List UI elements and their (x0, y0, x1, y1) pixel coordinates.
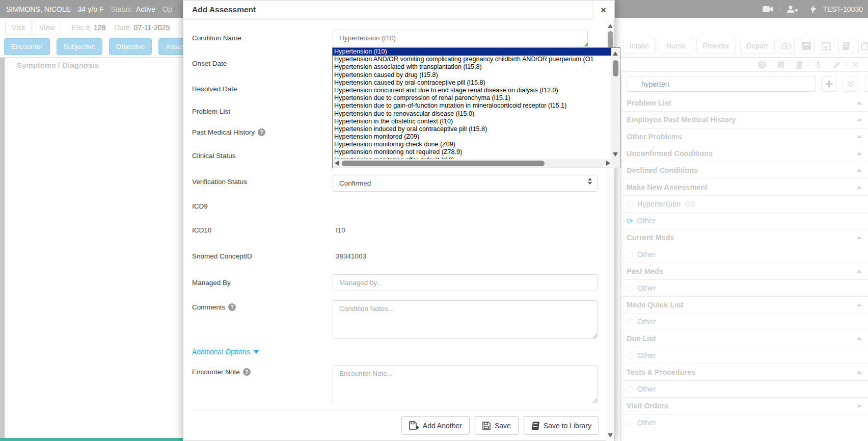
resize-handle[interactable] (592, 398, 598, 403)
panel-section-header[interactable]: Current Meds (621, 229, 868, 246)
panel-section-header[interactable]: Problem List (621, 95, 868, 112)
add-person-icon[interactable] (786, 5, 798, 13)
dropdown-option[interactable]: Hypertension in the obstetric context (I… (333, 118, 612, 125)
collapse-caret-icon[interactable] (857, 169, 862, 172)
microphone-icon[interactable] (809, 61, 827, 69)
dropdown-option[interactable]: Hypertension caused by drug (I15.8) (333, 71, 612, 79)
panel-item[interactable]: ⟳Other (621, 213, 868, 229)
panel-item[interactable]: Other (621, 314, 868, 330)
collapse-caret-icon[interactable] (857, 337, 862, 340)
panel-item[interactable]: Other (621, 280, 868, 297)
panel-section-header[interactable]: Unconfirmed Conditions (621, 145, 868, 162)
expand-all-button[interactable] (843, 76, 858, 92)
verification-status-select[interactable]: Confirmed (333, 175, 598, 192)
scroll-thumb[interactable] (342, 161, 545, 166)
stage-tab-intake[interactable]: Intake (623, 38, 656, 54)
collapse-caret-icon[interactable] (857, 404, 862, 407)
panel-item[interactable]: Other (621, 414, 868, 431)
scroll-up-icon[interactable] (613, 51, 618, 56)
dropdown-option[interactable]: Hypertension concurrent and due to end s… (333, 87, 612, 94)
collapse-caret-icon[interactable] (857, 101, 862, 105)
panel-section-header[interactable]: Tests & Procedures (621, 364, 868, 381)
lightning-bolt-icon[interactable] (810, 5, 817, 14)
save-to-library-button[interactable]: Save to Library (524, 416, 599, 435)
collapse-caret-icon[interactable] (857, 270, 862, 273)
help-icon[interactable]: ? (258, 128, 265, 136)
close-icon[interactable]: × (592, 1, 614, 20)
comments-textarea[interactable] (333, 300, 598, 339)
scroll-down-icon[interactable] (608, 433, 613, 437)
panel-section-header[interactable]: Visit Orders (621, 398, 868, 414)
video-camera-icon[interactable] (763, 6, 774, 13)
dropdown-option[interactable]: Hypertension associated with transplanta… (333, 63, 612, 71)
collapse-caret-icon[interactable] (857, 152, 862, 155)
help-circle-icon[interactable]: ? (752, 61, 772, 69)
scroll-up-icon[interactable] (608, 24, 613, 28)
collapse-caret-icon[interactable] (857, 371, 862, 374)
dropdown-option[interactable]: Hypertension due to renovascular disease… (333, 110, 612, 118)
dropdown-option[interactable]: Hypertension monitoring not required (Z7… (333, 148, 612, 156)
collapse-caret-icon[interactable] (857, 135, 862, 138)
additional-options-link[interactable]: Additional Options (192, 348, 259, 356)
encounter-note-textarea[interactable] (333, 365, 598, 403)
stage-tab-provider[interactable]: Provider (696, 38, 736, 54)
dropdown-horizontal-scrollbar[interactable] (333, 159, 612, 168)
scroll-down-icon[interactable] (613, 152, 618, 157)
pencil-icon[interactable] (827, 61, 846, 69)
add-plus-button[interactable] (821, 76, 837, 92)
managed-by-input[interactable] (333, 274, 598, 291)
dropdown-option[interactable]: Hypertension monitored (Z09) (333, 133, 612, 141)
save-button[interactable]: Save (475, 416, 519, 435)
help-icon[interactable]: ? (228, 303, 236, 311)
panel-item[interactable]: Other (621, 246, 868, 263)
panel-section-header[interactable]: Other Problems (621, 128, 868, 145)
calendar-check-icon[interactable] (819, 38, 834, 54)
copy-pages-icon[interactable] (858, 38, 868, 54)
nav-tab-encounter[interactable]: Encounter (4, 38, 50, 55)
dropdown-vertical-scrollbar[interactable] (611, 48, 620, 160)
collapse-caret-icon[interactable] (857, 236, 862, 239)
view-button[interactable]: View (33, 20, 61, 35)
nav-tab-objective[interactable]: Objective (109, 38, 152, 55)
collapse-all-button[interactable] (864, 76, 868, 92)
help-icon[interactable]: ? (243, 368, 251, 376)
panel-item[interactable]: Other (621, 347, 868, 364)
book-icon[interactable] (790, 61, 809, 69)
condition-name-input[interactable] (333, 30, 588, 46)
bookmark-icon[interactable] (772, 61, 790, 69)
close-x-icon[interactable] (847, 62, 864, 68)
collapse-caret-icon[interactable] (857, 303, 862, 306)
collapse-caret-icon[interactable] (857, 118, 862, 121)
eye-icon[interactable] (779, 38, 795, 54)
nav-tab-subjective[interactable]: Subjective (57, 38, 102, 55)
panel-section-header[interactable]: Declined Conditions (621, 162, 868, 179)
collapse-caret-icon[interactable] (857, 186, 862, 189)
scroll-right-icon[interactable] (606, 161, 610, 166)
panel-section-header[interactable]: Make New Assessment (621, 179, 868, 196)
dropdown-option[interactable]: Hypertension AND/OR vomiting complicatin… (333, 56, 612, 63)
panel-item[interactable]: HypertensionI10 (621, 196, 868, 213)
book-icon[interactable] (838, 38, 854, 54)
dropdown-option[interactable]: Hypertension (I10) (333, 48, 612, 56)
dropdown-option[interactable]: Hypertension induced by oral contracepti… (333, 125, 612, 133)
dropdown-option[interactable]: Hypertension caused by oral contraceptiv… (333, 79, 612, 87)
add-another-button[interactable]: Add Another (401, 416, 470, 435)
panel-section-header[interactable]: Due List (621, 330, 868, 347)
visit-button[interactable]: Visit (5, 20, 32, 35)
dropdown-option[interactable]: Hypertension monitoring check done (Z09) (333, 141, 612, 148)
scroll-left-icon[interactable] (335, 161, 339, 166)
panel-section-header[interactable]: Meds Quick List (621, 297, 868, 314)
search-input[interactable] (627, 76, 816, 92)
dropdown-option[interactable]: Hypertension due to gain-of-function mut… (333, 102, 612, 110)
onset-date-label: Onset Date (192, 60, 227, 67)
stage-tab-nurse[interactable]: Nurse (660, 38, 692, 54)
archive-box-icon[interactable] (799, 38, 815, 54)
section-label: Tests & Procedures (627, 368, 695, 376)
resize-handle[interactable] (592, 333, 598, 339)
panel-item[interactable]: Other (621, 381, 868, 398)
dropdown-option[interactable]: Hypertension due to compression of renal… (333, 94, 612, 102)
scroll-thumb[interactable] (613, 60, 618, 76)
panel-section-header[interactable]: Past Meds (621, 263, 868, 280)
panel-section-header[interactable]: Employee Past Medical History (621, 112, 868, 128)
stage-tab-depart[interactable]: Depart (740, 38, 775, 54)
